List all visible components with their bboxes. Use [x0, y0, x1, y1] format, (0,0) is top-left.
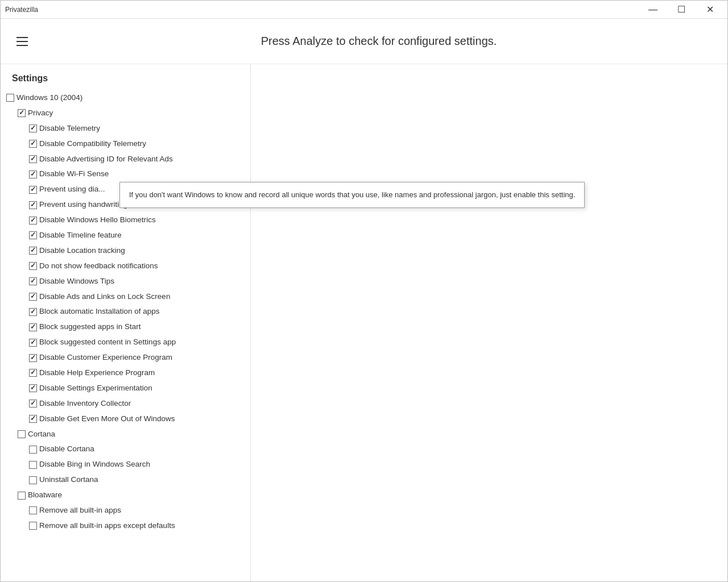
- tree-checkbox[interactable]: [29, 171, 37, 178]
- tree-checkbox[interactable]: [29, 262, 37, 270]
- tree-item-label: Disable Cortana: [39, 444, 94, 455]
- tree-item[interactable]: Prevent using handwriting data: [1, 197, 250, 213]
- settings-sidebar: Settings Windows 10 (2004)PrivacyDisable…: [1, 64, 251, 581]
- tree-item[interactable]: Disable Cortana: [1, 442, 250, 457]
- tree-item[interactable]: Disable Ads and Links on Lock Screen: [1, 289, 250, 305]
- tree-checkbox[interactable]: [29, 400, 37, 408]
- tree-item[interactable]: Privacy: [1, 106, 250, 121]
- minimize-button[interactable]: —: [640, 1, 666, 19]
- tree-checkbox[interactable]: [29, 339, 37, 347]
- tree-checkbox[interactable]: [29, 369, 37, 377]
- app-title: Privatezilla: [5, 6, 38, 14]
- tree-item[interactable]: Disable Inventory Collector: [1, 396, 250, 411]
- tree-checkbox[interactable]: [29, 354, 37, 362]
- tree-checkbox[interactable]: [29, 186, 37, 194]
- tree-item[interactable]: Disable Advertising ID for Relevant Ads: [1, 152, 250, 167]
- tree-item[interactable]: Windows 10 (2004): [1, 90, 250, 106]
- tree-item-label: Disable Help Experience Program: [39, 368, 155, 379]
- app-header: Press Analyze to check for configured se…: [1, 19, 727, 64]
- tree-item-label: Disable Bing in Windows Search: [39, 459, 150, 470]
- tree-item-label: Windows 10 (2004): [16, 93, 82, 103]
- tree-checkbox[interactable]: [29, 476, 37, 484]
- tree-checkbox[interactable]: [29, 384, 37, 392]
- tree-item-label: Disable Location tracking: [39, 246, 125, 256]
- window-controls: — ☐ ✕: [640, 1, 723, 19]
- settings-tree[interactable]: Windows 10 (2004)PrivacyDisable Telemetr…: [1, 88, 250, 581]
- tree-item[interactable]: Disable Windows Tips: [1, 274, 250, 289]
- tree-checkbox[interactable]: [29, 522, 37, 530]
- main-content: Settings Windows 10 (2004)PrivacyDisable…: [1, 64, 727, 581]
- tree-item[interactable]: Disable Customer Experience Program: [1, 350, 250, 365]
- tree-checkbox[interactable]: [18, 492, 26, 500]
- tree-item[interactable]: Block suggested content in Settings app: [1, 335, 250, 350]
- tree-item-label: Disable Advertising ID for Relevant Ads: [39, 154, 173, 165]
- title-bar: Privatezilla — ☐ ✕: [1, 1, 727, 19]
- tree-checkbox[interactable]: [29, 155, 37, 163]
- tree-item-label: Disable Timeline feature: [39, 230, 122, 241]
- tree-item-label: Prevent using dia...: [39, 184, 105, 195]
- tree-checkbox[interactable]: [29, 293, 37, 301]
- tree-item-label: Disable Settings Experimentation: [39, 383, 152, 394]
- tree-item-label: Block suggested content in Settings app: [39, 337, 176, 348]
- tree-item-label: Disable Inventory Collector: [39, 398, 131, 409]
- tree-item[interactable]: Disable Telemetry: [1, 121, 250, 136]
- tree-item[interactable]: Disable Wi-Fi Sense: [1, 167, 250, 182]
- tree-item[interactable]: Do not show feedback notifications: [1, 259, 250, 274]
- tree-item[interactable]: Remove all built-in apps: [1, 503, 250, 518]
- tree-item-label: Disable Windows Tips: [39, 276, 114, 287]
- maximize-button[interactable]: ☐: [668, 1, 694, 19]
- tree-checkbox[interactable]: [29, 461, 37, 469]
- tree-checkbox[interactable]: [29, 415, 37, 423]
- hamburger-button[interactable]: [12, 32, 32, 51]
- tree-checkbox[interactable]: [29, 323, 37, 331]
- tree-item[interactable]: Disable Bing in Windows Search: [1, 457, 250, 472]
- tree-checkbox[interactable]: [29, 231, 37, 239]
- tree-item[interactable]: Disable Timeline feature: [1, 228, 250, 243]
- tree-item-label: Block suggested apps in Start: [39, 322, 141, 332]
- tree-item[interactable]: Disable Location tracking: [1, 243, 250, 259]
- tree-item-label: Bloatware: [28, 490, 62, 501]
- hamburger-icon: [16, 45, 28, 46]
- tree-item[interactable]: Prevent using dia...: [1, 182, 250, 197]
- tree-item-label: Cortana: [28, 429, 55, 440]
- tree-checkbox[interactable]: [29, 247, 37, 255]
- tree-checkbox[interactable]: [29, 140, 37, 148]
- hamburger-icon: [16, 37, 28, 38]
- hamburger-icon: [16, 41, 28, 42]
- tree-checkbox[interactable]: [29, 446, 37, 454]
- close-button[interactable]: ✕: [697, 1, 723, 19]
- tree-checkbox[interactable]: [6, 94, 14, 102]
- tree-checkbox[interactable]: [29, 217, 37, 225]
- right-panel: [251, 64, 727, 581]
- tree-item[interactable]: Uninstall Cortana: [1, 472, 250, 488]
- tree-checkbox[interactable]: [29, 124, 37, 132]
- tree-item[interactable]: Disable Settings Experimentation: [1, 381, 250, 396]
- tree-item-label: Disable Compatibility Telemetry: [39, 139, 146, 149]
- tree-item-label: Uninstall Cortana: [39, 475, 98, 485]
- tree-item[interactable]: Disable Windows Hello Biometrics: [1, 213, 250, 228]
- tree-checkbox[interactable]: [29, 201, 37, 209]
- tree-checkbox[interactable]: [29, 506, 37, 514]
- tree-item-label: Disable Wi-Fi Sense: [39, 169, 109, 180]
- tree-item-label: Disable Windows Hello Biometrics: [39, 215, 156, 226]
- tree-checkbox[interactable]: [29, 308, 37, 316]
- sidebar-heading: Settings: [1, 64, 250, 88]
- tree-item-label: Disable Customer Experience Program: [39, 352, 172, 363]
- app-window: Privatezilla — ☐ ✕ Press Analyze to chec…: [0, 0, 728, 582]
- tree-item-label: Disable Ads and Links on Lock Screen: [39, 292, 170, 302]
- tree-item[interactable]: Block automatic Installation of apps: [1, 304, 250, 319]
- tree-checkbox[interactable]: [29, 277, 37, 285]
- tree-item[interactable]: Disable Help Experience Program: [1, 365, 250, 381]
- tree-checkbox[interactable]: [18, 109, 26, 117]
- tree-item-label: Privacy: [28, 108, 53, 119]
- tree-item[interactable]: Cortana: [1, 427, 250, 442]
- tree-checkbox[interactable]: [18, 430, 26, 438]
- header-title: Press Analyze to check for configured se…: [42, 35, 716, 48]
- tree-item-label: Do not show feedback notifications: [39, 261, 158, 272]
- tree-item[interactable]: Bloatware: [1, 488, 250, 503]
- tree-item[interactable]: Remove all built-in apps except defaults: [1, 518, 250, 534]
- tree-item[interactable]: Disable Compatibility Telemetry: [1, 136, 250, 152]
- tree-item[interactable]: Block suggested apps in Start: [1, 319, 250, 335]
- tree-item[interactable]: Disable Get Even More Out of Windows: [1, 411, 250, 427]
- tree-item-label: Block automatic Installation of apps: [39, 306, 160, 317]
